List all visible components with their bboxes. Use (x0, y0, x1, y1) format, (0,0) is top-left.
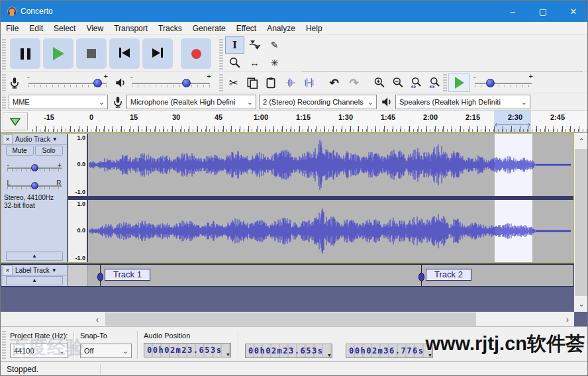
chevron-down-icon: ⌄ (122, 344, 128, 357)
transport-toolbar-grip[interactable] (2, 38, 6, 70)
label-area[interactable]: Track 1Track 2 (88, 265, 573, 286)
playback-volume-slider[interactable]: - + (132, 79, 210, 88)
device-toolbar-grip[interactable] (2, 95, 6, 109)
scroll-left-button[interactable]: ‹ (91, 312, 104, 326)
recording-device-select[interactable]: Microphone (Realtek High Defini⌄ (126, 95, 256, 109)
waveform-channel-right[interactable] (88, 200, 573, 262)
play-button[interactable] (43, 38, 74, 69)
selection-start-display[interactable]: 00h02m23.653s▼ (245, 344, 332, 358)
menu-item-generate[interactable]: Generate (187, 22, 231, 35)
play-speed-slider[interactable]: - + (475, 79, 532, 88)
scroll-up-button[interactable]: ⌃ (574, 134, 588, 148)
collapse-track-button[interactable]: ▲ (6, 276, 63, 285)
edit-toolbar-grip[interactable] (219, 74, 223, 91)
label-track[interactable]: × Label Track ▼ ▲ Track 1Track 2 (1, 264, 574, 287)
recording-volume-thumb[interactable] (93, 79, 102, 87)
gain-thumb[interactable] (31, 164, 38, 171)
time-format-arrow-icon[interactable]: ▼ (428, 349, 431, 362)
audio-host-select[interactable]: MME⌄ (9, 95, 108, 109)
gain-slider[interactable]: - + (7, 164, 62, 172)
copy-icon (246, 77, 258, 89)
scroll-down-button[interactable]: ⌄ (574, 297, 588, 310)
audacity-window: Concerto – ▢ ✕ FileEditSelectViewTranspo… (0, 0, 588, 376)
timeshift-tool-button[interactable]: ↔ (245, 54, 264, 71)
menu-item-file[interactable]: File (1, 22, 24, 35)
skip-to-start-button[interactable] (109, 38, 140, 69)
close-track-button[interactable]: × (3, 265, 13, 275)
play-at-speed-button[interactable] (448, 73, 470, 92)
label-text-box[interactable]: Track 1 (105, 269, 150, 281)
copy-button[interactable] (243, 74, 261, 91)
multi-tool-button[interactable]: ✳ (265, 54, 284, 71)
audio-track[interactable]: × Audio Track ▼ Mute Solo - + L R (1, 133, 574, 263)
minimize-button[interactable]: – (497, 1, 528, 22)
menu-item-help[interactable]: Help (301, 22, 328, 35)
timeline-ruler-bar[interactable]: ‹ › -1501530451:001:151:301:452:002:152:… (1, 111, 588, 133)
time-format-arrow-icon[interactable]: ▼ (328, 349, 330, 362)
scissors-icon: ✂ (228, 76, 238, 90)
envelope-tool-button[interactable] (245, 36, 264, 54)
cut-button[interactable]: ✂ (224, 74, 242, 91)
horizontal-scrollbar-thumb[interactable] (105, 312, 476, 326)
time-format-arrow-icon[interactable]: ▼ (226, 348, 229, 361)
collapse-track-button[interactable]: ▲ (6, 252, 63, 261)
horizontal-scrollbar[interactable]: ‹ › (1, 312, 588, 326)
scroll-right-button[interactable]: › (561, 312, 574, 326)
play-speed-thumb[interactable] (486, 79, 495, 87)
trim-audio-button[interactable] (281, 74, 299, 91)
track-menu-arrow-icon[interactable]: ▼ (52, 267, 57, 273)
selection-toolbar-grip[interactable] (2, 330, 6, 359)
tools-toolbar-grip[interactable] (219, 38, 223, 70)
timeline-ruler[interactable]: ‹ › -1501530451:001:151:301:452:002:152:… (30, 111, 588, 132)
menu-item-edit[interactable]: Edit (24, 22, 48, 35)
mute-button[interactable]: Mute (6, 146, 34, 156)
recording-channels-select[interactable]: 2 (Stereo) Recording Channels⌄ (259, 95, 377, 109)
close-button[interactable]: ✕ (558, 1, 588, 22)
menu-item-effect[interactable]: Effect (231, 22, 262, 35)
close-track-button[interactable]: × (3, 134, 13, 144)
label-marker-handle[interactable] (418, 273, 424, 281)
play-speed-toolbar-grip[interactable] (443, 74, 447, 91)
selection-end-display[interactable]: 00h02m36.776s▼ (346, 344, 433, 358)
audio-position-display[interactable]: 00h02m23.653s▼ (144, 343, 231, 357)
pause-button[interactable] (10, 38, 40, 69)
playback-volume-thumb[interactable] (182, 79, 191, 87)
paste-button[interactable] (262, 74, 279, 91)
menu-item-select[interactable]: Select (48, 22, 81, 35)
zoom-tool-button[interactable] (225, 54, 244, 71)
track-title[interactable]: Label Track (15, 267, 50, 274)
silence-audio-button[interactable] (300, 74, 318, 91)
menu-item-tracks[interactable]: Tracks (153, 22, 187, 35)
project-rate-select[interactable]: 44100⌄ (10, 344, 68, 358)
draw-tool-button[interactable]: ✎ (265, 36, 284, 54)
zoom-in-button[interactable] (370, 74, 388, 91)
track-title[interactable]: Audio Track (15, 136, 50, 143)
selection-tool-button[interactable]: I (225, 36, 244, 54)
recording-volume-slider[interactable]: - + (28, 79, 107, 88)
snap-to-select[interactable]: Off⌄ (80, 344, 132, 358)
record-button[interactable] (181, 38, 211, 69)
label-text-box[interactable]: Track 2 (426, 269, 471, 281)
menu-item-analyze[interactable]: Analyze (262, 22, 301, 35)
pan-thumb[interactable] (31, 182, 38, 189)
vertical-scrollbar[interactable]: ⌃ ⌄ (574, 133, 588, 312)
zoom-selection-button[interactable] (407, 74, 425, 91)
playback-device-select[interactable]: Speakers (Realtek High Definiti⌄ (395, 95, 530, 109)
redo-button[interactable]: ↷ (345, 74, 363, 91)
pinned-play-head-button[interactable] (3, 113, 28, 130)
menu-item-view[interactable]: View (81, 22, 109, 35)
zoom-fit-button[interactable] (426, 74, 444, 91)
skip-to-end-button[interactable] (142, 38, 173, 69)
zoom-out-button[interactable] (389, 74, 407, 91)
label-marker-handle[interactable] (97, 273, 103, 281)
stop-button[interactable] (76, 38, 107, 69)
undo-button[interactable]: ↶ (325, 74, 343, 91)
maximize-button[interactable]: ▢ (528, 1, 558, 22)
pan-slider[interactable]: L R (7, 181, 62, 190)
menu-item-transport[interactable]: Transport (109, 22, 153, 35)
solo-button[interactable]: Solo (35, 146, 63, 156)
vertical-scrollbar-thumb[interactable] (575, 149, 588, 296)
waveform-channel-left[interactable] (88, 134, 573, 196)
track-menu-arrow-icon[interactable]: ▼ (52, 136, 58, 142)
mixer-toolbar-grip[interactable] (2, 74, 6, 91)
